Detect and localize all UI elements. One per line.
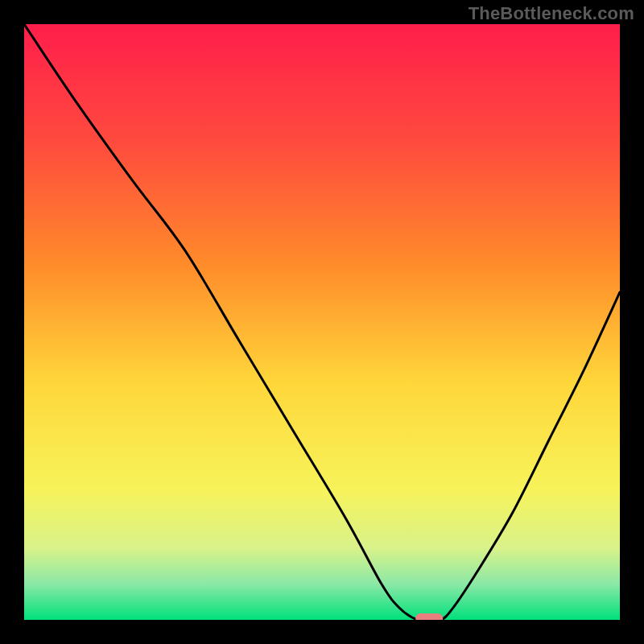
gradient-background bbox=[24, 24, 620, 620]
plot-area bbox=[24, 24, 620, 620]
chart-frame: TheBottleneck.com bbox=[0, 0, 644, 644]
bottleneck-chart bbox=[24, 24, 620, 620]
optimal-marker-icon bbox=[415, 613, 443, 620]
watermark-text: TheBottleneck.com bbox=[469, 3, 634, 24]
